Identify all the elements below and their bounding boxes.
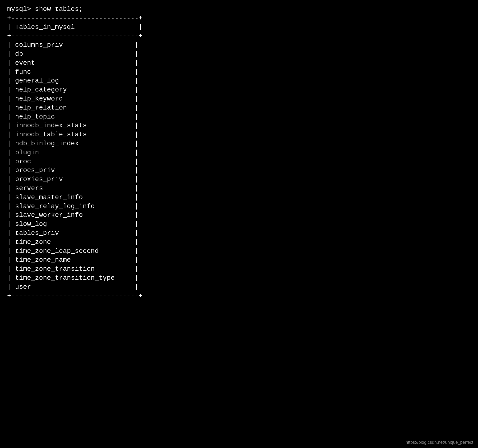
terminal-output: mysql> show tables; +-------------------… bbox=[7, 5, 471, 300]
watermark: https://blog.csdn.net/unique_perfect bbox=[406, 439, 473, 445]
